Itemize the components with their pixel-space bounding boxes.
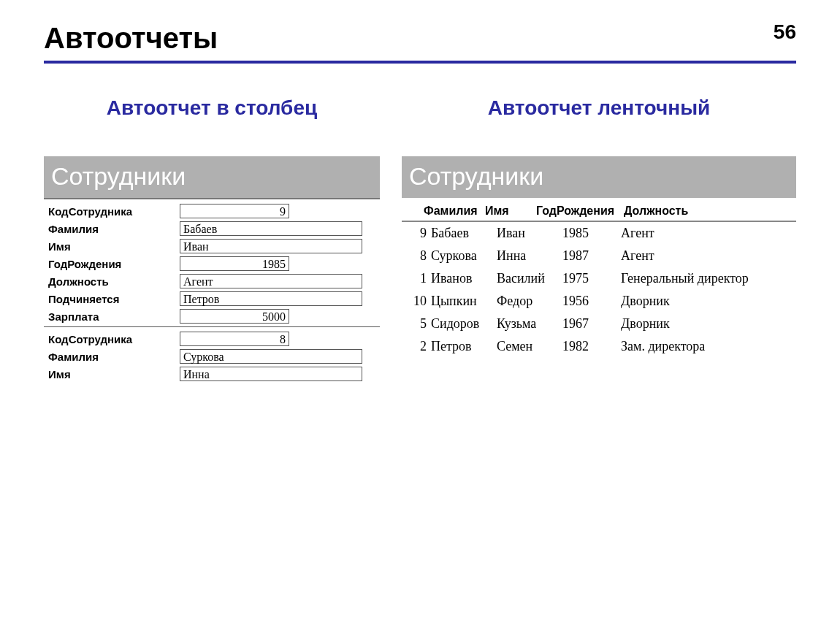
record: КодСотрудника 9 Фамилия Бабаев Имя Иван …	[44, 199, 380, 327]
field-label-reports-to: Подчиняется	[48, 293, 180, 305]
field-value-surname: Бабаев	[180, 221, 362, 236]
cell-id: 1	[402, 271, 431, 286]
cell-position: Агент	[621, 226, 796, 241]
field-value-reports-to: Петров	[180, 291, 362, 306]
columns-container: Автоотчет в столбец Сотрудники КодСотруд…	[44, 96, 796, 384]
table-row: 9 Бабаев Иван 1985 Агент	[402, 222, 796, 245]
cell-birth: 1987	[562, 248, 621, 264]
table-row: 10 Цыпкин Федор 1956 Дворник	[402, 290, 796, 313]
cell-position: Зам. директора	[621, 339, 796, 354]
col-header-surname: Фамилия	[424, 204, 485, 218]
field-label-position: Должность	[48, 275, 180, 288]
field-value-birth: 1985	[180, 256, 289, 271]
cell-name: Семен	[497, 339, 562, 354]
field-label-surname: Фамилия	[48, 351, 180, 363]
table-row: 8 Суркова Инна 1987 Агент	[402, 245, 796, 267]
cell-position: Дворник	[621, 316, 796, 332]
field-row: ГодРождения 1985	[44, 255, 380, 272]
field-value-code: 9	[180, 204, 289, 218]
cell-birth: 1967	[562, 316, 621, 332]
columnar-report: КодСотрудника 9 Фамилия Бабаев Имя Иван …	[44, 198, 380, 384]
title-rule	[44, 61, 796, 64]
cell-position: Дворник	[621, 294, 796, 309]
field-label-code: КодСотрудника	[48, 205, 180, 218]
field-value-surname: Суркова	[180, 349, 362, 364]
cell-id: 10	[402, 294, 431, 309]
field-label-name: Имя	[48, 368, 180, 380]
cell-position: Агент	[621, 248, 796, 264]
field-value-salary: 5000	[180, 309, 289, 324]
field-value-position: Агент	[180, 274, 362, 288]
cell-id: 8	[402, 248, 431, 264]
left-heading: Автоотчет в столбец	[44, 96, 380, 120]
field-row: Имя Инна	[44, 365, 380, 383]
table-row: 5 Сидоров Кузьма 1967 Дворник	[402, 313, 796, 335]
col-header-birth: ГодРождения	[536, 204, 624, 218]
field-row: Фамилия Суркова	[44, 348, 380, 365]
field-row: Имя Иван	[44, 237, 380, 255]
slide: 56 Автоотчеты Автоотчет в столбец Сотруд…	[0, 0, 840, 631]
field-row: Зарплата 5000	[44, 307, 380, 325]
col-header-position: Должность	[624, 204, 796, 218]
cell-id: 2	[402, 339, 431, 354]
field-row: Должность Агент	[44, 272, 380, 290]
table-row: 2 Петров Семен 1982 Зам. директора	[402, 335, 796, 358]
right-report-banner: Сотрудники	[402, 156, 796, 198]
right-column: Автоотчет ленточный Сотрудники Фамилия И…	[402, 96, 796, 384]
cell-surname: Сидоров	[431, 316, 497, 332]
cell-name: Кузьма	[497, 316, 562, 332]
field-label-name: Имя	[48, 240, 180, 253]
cell-name: Инна	[497, 248, 562, 264]
cell-surname: Бабаев	[431, 226, 497, 241]
cell-name: Иван	[497, 226, 562, 241]
field-value-name: Иван	[180, 239, 362, 253]
cell-surname: Суркова	[431, 248, 497, 264]
left-report-banner: Сотрудники	[44, 156, 380, 198]
cell-surname: Иванов	[431, 271, 497, 286]
field-label-birth: ГодРождения	[48, 258, 180, 270]
cell-birth: 1985	[562, 226, 621, 241]
field-label-surname: Фамилия	[48, 223, 180, 235]
field-row: КодСотрудника 9	[44, 202, 380, 220]
record: КодСотрудника 8 Фамилия Суркова Имя Инна	[44, 327, 380, 384]
field-label-salary: Зарплата	[48, 310, 180, 323]
field-row: КодСотрудника 8	[44, 330, 380, 348]
field-value-name: Инна	[180, 367, 362, 381]
table-header: Фамилия Имя ГодРождения Должность	[402, 201, 796, 222]
cell-birth: 1975	[562, 271, 621, 286]
table-row: 1 Иванов Василий 1975 Генеральный директ…	[402, 267, 796, 290]
field-row: Фамилия Бабаев	[44, 220, 380, 237]
cell-position: Генеральный директор	[621, 271, 796, 286]
cell-name: Федор	[497, 294, 562, 309]
field-row: Подчиняется Петров	[44, 290, 380, 307]
cell-surname: Петров	[431, 339, 497, 354]
right-heading: Автоотчет ленточный	[402, 96, 796, 120]
page-number: 56	[774, 20, 796, 44]
cell-id: 9	[402, 226, 431, 241]
cell-birth: 1982	[562, 339, 621, 354]
field-value-code: 8	[180, 332, 289, 346]
cell-name: Василий	[497, 271, 562, 286]
left-column: Автоотчет в столбец Сотрудники КодСотруд…	[44, 96, 380, 384]
cell-birth: 1956	[562, 294, 621, 309]
cell-id: 5	[402, 316, 431, 332]
slide-title: Автоотчеты	[44, 22, 796, 55]
cell-surname: Цыпкин	[431, 294, 497, 309]
tabular-report: Фамилия Имя ГодРождения Должность 9 Баба…	[402, 201, 796, 358]
field-label-code: КодСотрудника	[48, 333, 180, 345]
col-header-name: Имя	[485, 204, 536, 218]
